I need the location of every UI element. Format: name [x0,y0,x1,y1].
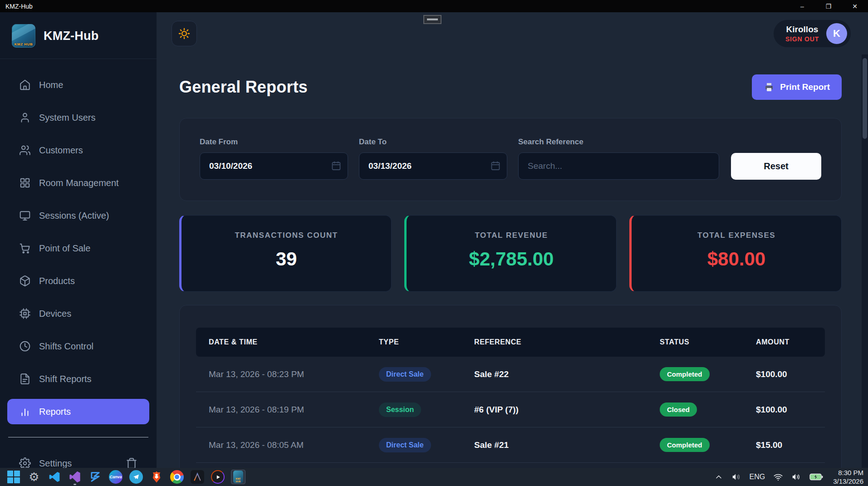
col-status: STATUS [660,338,756,346]
sidebar-item-point-of-sale[interactable]: Point of Sale [7,236,149,261]
theme-toggle-button[interactable] [172,21,197,46]
chip-icon [19,308,31,319]
top-header: Kirollos SIGN OUT K [157,12,868,54]
window-titlebar: KMZ-Hub – ❐ ✕ [0,0,868,12]
brave-icon[interactable] [149,470,164,484]
printer-icon [764,82,775,93]
sidebar-item-shifts-control[interactable]: Shifts Control [7,334,149,359]
sidebar-item-label: System Users [39,113,95,123]
sidebar-item-sessions-active[interactable]: Sessions (Active) [7,203,149,228]
close-button[interactable]: ✕ [842,0,868,12]
date-from-input[interactable] [200,152,348,180]
sidebar-item-label: Shifts Control [39,341,93,352]
file-icon [19,373,31,385]
sidebar-item-devices[interactable]: Devices [7,301,149,326]
cell-amount: $15.00 [756,440,825,450]
search-input[interactable] [518,152,719,180]
windows-start-icon[interactable] [6,470,21,484]
stat-card-revenue: TOTAL REVENUE $2,785.00 [404,215,617,292]
vscode-icon[interactable] [47,470,62,484]
cell-reference: Sale #21 [474,440,660,450]
a-app-icon[interactable] [190,470,205,484]
user-icon [19,112,31,123]
stat-label: TOTAL REVENUE [475,231,548,240]
sidebar-item-shift-reports[interactable]: Shift Reports [7,366,149,392]
window-title: KMZ-Hub [0,3,789,10]
cell-reference: Sale #22 [474,369,660,379]
main-area: Kirollos SIGN OUT K General Reports Prin… [157,12,868,468]
scrollbar-thumb[interactable] [863,58,867,139]
cart-icon [19,242,31,254]
date-to-label: Date To [359,137,507,147]
sign-out-link[interactable]: SIGN OUT [785,35,819,43]
wifi-icon[interactable] [773,472,783,482]
stat-label: TOTAL EXPENSES [697,231,775,240]
table-row[interactable]: Mar 13, 2026 - 08:19 PM Session #6 (VIP … [196,392,825,427]
sidebar-item-customers[interactable]: Customers [7,137,149,163]
taskbar: ⚙ Canva ENG 8:30 PM 3/13/2026 [0,468,868,486]
monitor-icon [19,210,31,221]
sidebar-item-room-management[interactable]: Room Management [7,170,149,196]
print-report-label: Print Report [780,82,830,92]
status-badge: Completed [660,367,710,381]
date-to-field: Date To [359,137,507,180]
filters-panel: Date From Date To Search Reference [179,118,842,201]
stat-label: TRANSACTIONS COUNT [235,231,338,240]
language-indicator[interactable]: ENG [750,473,765,481]
sidebar-item-label: Home [39,80,63,90]
sidebar-item-label: Devices [39,309,71,319]
col-type: TYPE [379,338,474,346]
search-field: Search Reference [518,137,719,180]
volume-icon[interactable] [791,472,801,482]
dock-handle-bar [427,19,438,20]
date-from-field: Date From [200,137,348,180]
sidebar-item-settings[interactable]: Settings [7,451,149,468]
cell-datetime: Mar 13, 2026 - 08:23 PM [196,369,379,379]
table-row[interactable]: Mar 13, 2026 - 08:05 AM Direct Sale Sale… [196,427,825,463]
user-menu[interactable]: Kirollos SIGN OUT K [774,20,851,47]
telegram-icon[interactable] [129,470,143,484]
chrome-icon[interactable] [170,470,184,484]
sidebar-item-home[interactable]: Home [7,72,149,98]
type-badge: Session [379,403,421,417]
avatar[interactable]: K [826,23,847,44]
tray-time: 8:30 PM [833,468,863,477]
table-row[interactable]: Mar 13, 2026 - 08:23 PM Direct Sale Sale… [196,357,825,392]
kmz-hub-taskbar-icon[interactable] [231,470,245,484]
sidebar-item-system-users[interactable]: System Users [7,105,149,130]
canva-icon[interactable]: Canva [108,470,123,484]
sidebar: KMZ HUB KMZ-Hub Home System Users Custom… [0,12,157,468]
restore-button[interactable]: ❐ [815,0,842,12]
sidebar-item-reports[interactable]: Reports [7,399,149,424]
minimize-button[interactable]: – [789,0,815,12]
brand-title: KMZ-Hub [44,29,98,43]
hidden-icons-chevron[interactable] [714,472,723,481]
app-volume-icon[interactable] [731,472,741,482]
clock-icon [19,340,31,352]
battery-charging-icon[interactable] [809,472,823,481]
screen-dock-handle[interactable] [423,15,441,24]
bar-chart-icon [19,406,31,417]
blue-s-app-icon[interactable] [88,470,103,484]
sidebar-item-label: Products [39,276,75,286]
calendar-icon[interactable] [331,160,342,171]
print-report-button[interactable]: Print Report [752,74,842,100]
cell-amount: $100.00 [756,369,825,379]
vertical-scrollbar[interactable] [862,54,868,468]
table-header: DATE & TIME TYPE REFERENCE STATUS AMOUNT [196,328,825,357]
home-icon [19,79,31,91]
system-tray: ENG 8:30 PM 3/13/2026 [714,468,863,486]
stat-card-transactions: TRANSACTIONS COUNT 39 [179,215,392,292]
cell-reference: #6 (VIP (7)) [474,405,660,415]
taskbar-clock[interactable]: 8:30 PM 3/13/2026 [831,468,863,486]
windows-settings-icon[interactable]: ⚙ [27,470,41,484]
media-player-icon[interactable] [211,470,225,484]
search-label: Search Reference [518,137,719,147]
visual-studio-icon[interactable] [68,470,82,484]
reset-button[interactable]: Reset [731,153,821,180]
calendar-icon[interactable] [490,160,501,171]
sidebar-item-products[interactable]: Products [7,268,149,294]
trash-icon[interactable] [126,457,137,468]
type-badge: Direct Sale [379,367,431,382]
date-to-input[interactable] [359,152,507,180]
